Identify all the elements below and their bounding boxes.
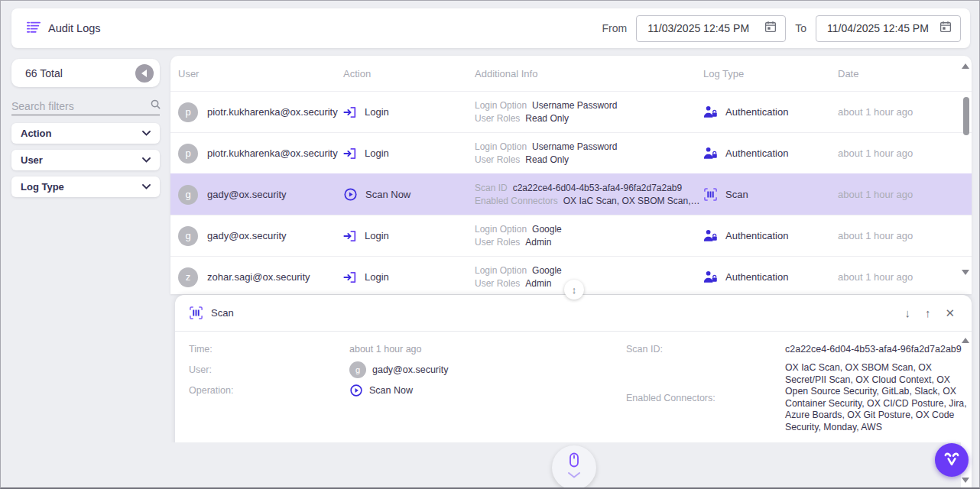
info-value: OX IaC Scan, OX SBOM Scan,… <box>563 195 700 207</box>
ox-security-fab-button[interactable] <box>935 443 969 477</box>
detail-connectors-row: Enabled Connectors: OX IaC Scan, OX SBOM… <box>626 362 972 434</box>
login-icon <box>343 105 357 119</box>
top-bar: Audit Logs From 11/03/2025 12:45 PM To 1… <box>11 8 970 48</box>
avatar: p <box>178 102 198 122</box>
info-label: Login Option <box>475 223 527 235</box>
table-row-selected[interactable]: g gady@ox.security Scan Now Scan IDc2a22… <box>170 173 972 215</box>
table-row[interactable]: g gady@ox.security Login Login OptionGoo… <box>170 215 972 256</box>
arrow-left-icon <box>141 70 147 77</box>
filter-action-dropdown[interactable]: Action <box>11 123 160 144</box>
panel-scroll-down-arrow[interactable] <box>962 478 969 483</box>
enabled-connectors-value: OX IaC Scan, OX SBOM Scan, OX Secret/PII… <box>785 362 967 434</box>
filter-action-label: Action <box>21 128 51 139</box>
info-label: Scan ID <box>475 182 508 194</box>
action-label: Login <box>365 230 389 241</box>
page-title: Audit Logs <box>48 22 101 34</box>
authentication-icon <box>703 228 718 243</box>
detail-panel-title: Scan <box>211 307 234 319</box>
date-value: about 1 hour ago <box>838 106 972 118</box>
table-header-row: User Action Additional Info Log Type Dat… <box>170 56 972 91</box>
info-value: Google <box>532 264 562 277</box>
additional-info: Login OptionUsername Password User Roles… <box>475 99 703 125</box>
log-type-label: Authentication <box>725 147 788 159</box>
user-email: piotr.kukharenka@ox.security <box>207 106 338 118</box>
chevron-down-icon <box>568 472 580 478</box>
log-type-label: Authentication <box>725 106 788 118</box>
action-label: Login <box>365 147 389 159</box>
table-row[interactable]: p piotr.kukharenka@ox.security Login Log… <box>170 132 972 173</box>
from-date-value[interactable]: 11/03/2025 12:45 PM <box>647 22 756 34</box>
ox-logo-icon <box>942 450 962 470</box>
detail-panel-header: Scan ↓ ↑ ✕ <box>175 295 972 332</box>
filter-log-type-dropdown[interactable]: Log Type <box>11 176 160 197</box>
login-icon <box>343 147 357 160</box>
detail-operation-row: Operation: Scan Now <box>189 384 602 397</box>
avatar: z <box>178 267 198 287</box>
additional-info: Scan IDc2a22ce4-6d04-4b53-afa4-96fa2d7a2… <box>475 182 703 207</box>
user-email: piotr.kukharenka@ox.security <box>207 147 338 159</box>
user-email: zohar.sagi@ox.security <box>207 271 310 283</box>
info-value: Read Only <box>525 112 569 125</box>
info-value: Admin <box>525 236 551 248</box>
user-email: gady@ox.security <box>207 230 287 241</box>
authentication-icon <box>703 270 718 284</box>
enabled-connectors-label: Enabled Connectors: <box>626 393 785 403</box>
table-row[interactable]: p piotr.kukharenka@ox.security Login Log… <box>170 91 972 132</box>
info-value: Admin <box>525 277 551 290</box>
total-count-label: 66 Total <box>25 67 63 79</box>
info-value: Read Only <box>525 154 569 166</box>
info-label: User Roles <box>475 277 520 290</box>
operation-label: Operation: <box>189 385 349 396</box>
date-value: about 1 hour ago <box>838 147 972 159</box>
action-label: Login <box>365 106 389 118</box>
mouse-icon <box>566 452 582 472</box>
action-label: Scan Now <box>365 189 410 200</box>
collapse-sidebar-button[interactable] <box>135 64 154 83</box>
operation-value: Scan Now <box>369 385 413 396</box>
table-scroll-up-arrow[interactable] <box>962 63 969 69</box>
avatar: g <box>178 185 198 205</box>
avatar: g <box>349 361 366 378</box>
info-value: Username Password <box>532 141 617 153</box>
to-date-input[interactable]: 11/04/2025 12:45 PM <box>816 15 961 42</box>
additional-info: Login OptionGoogle User RolesAdmin <box>475 223 703 248</box>
additional-info: Login OptionUsername Password User Roles… <box>475 141 703 166</box>
avatar: p <box>178 144 198 164</box>
calendar-icon[interactable] <box>939 20 952 37</box>
time-value: about 1 hour ago <box>349 344 422 355</box>
panel-resize-handle[interactable]: ↕ <box>564 280 584 300</box>
table-scroll-down-arrow[interactable] <box>962 270 969 275</box>
audit-logs-icon <box>27 20 41 37</box>
info-value: Username Password <box>532 99 617 112</box>
log-type-label: Authentication <box>725 230 788 241</box>
login-icon <box>343 229 357 243</box>
scan-id-label: Scan ID: <box>626 344 785 355</box>
search-filters-input[interactable] <box>11 100 150 112</box>
calendar-icon[interactable] <box>764 20 777 37</box>
detail-fields-left: Time: about 1 hour ago User: g gady@ox.s… <box>189 342 602 397</box>
column-header-additional-info: Additional Info <box>475 68 703 79</box>
search-filters-field[interactable] <box>11 97 160 115</box>
avatar: g <box>178 226 198 246</box>
play-circle-icon <box>349 384 363 397</box>
to-label: To <box>795 22 806 34</box>
to-date-value[interactable]: 11/04/2025 12:45 PM <box>827 22 931 34</box>
authentication-icon <box>703 146 718 160</box>
scan-icon <box>189 306 203 320</box>
arrow-down-icon[interactable]: ↓ <box>904 307 910 319</box>
table-scrollbar-thumb[interactable] <box>963 97 969 135</box>
close-icon[interactable]: ✕ <box>945 307 955 319</box>
log-type-label: Scan <box>725 189 748 200</box>
scan-icon <box>703 187 718 202</box>
date-range-controls: From 11/03/2025 12:45 PM To 11/04/2025 1… <box>602 15 961 42</box>
arrow-up-icon[interactable]: ↑ <box>925 307 931 319</box>
scroll-down-hint-button[interactable] <box>552 445 596 489</box>
column-header-date: Date <box>838 68 972 79</box>
column-header-action: Action <box>343 68 475 79</box>
detail-user-row: User: g gady@ox.security <box>189 361 602 378</box>
from-date-input[interactable]: 11/03/2025 12:45 PM <box>636 15 786 42</box>
panel-scroll-up-arrow[interactable] <box>962 338 969 343</box>
info-label: Login Option <box>475 99 527 112</box>
filter-user-dropdown[interactable]: User <box>11 150 160 170</box>
audit-log-table: User Action Additional Info Log Type Dat… <box>170 56 972 294</box>
